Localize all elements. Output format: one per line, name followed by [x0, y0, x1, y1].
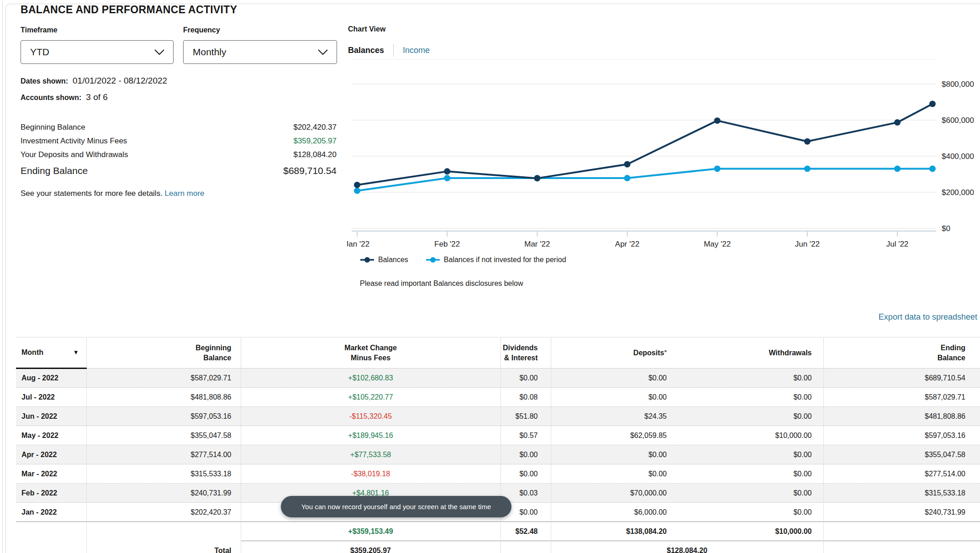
tab-balances[interactable]: Balances [348, 46, 384, 55]
cell-market-change-subtotal: +$359,153.49 [241, 522, 501, 541]
table-row: Jun - 2022$597,053.16-$115,320.45$51.80$… [16, 407, 980, 426]
data-point [354, 188, 360, 194]
data-point [444, 168, 450, 174]
cell-deposits: $24.35 [551, 407, 680, 426]
cell-withdrawals: $0.00 [680, 464, 823, 484]
data-point [714, 165, 721, 172]
cell-ending-balance: $315,533.18 [823, 484, 980, 503]
cell-net-deposits-total: $128,084.20 [551, 541, 823, 553]
cell-month: May - 2022 [16, 426, 86, 445]
timeframe-label: Timeframe [21, 26, 58, 34]
table-total-row: Total$359,205.97$128,084.20 [16, 541, 980, 553]
cell-beginning-balance: $587,029.71 [86, 369, 241, 388]
data-point [929, 101, 936, 107]
cell-beginning-balance: $355,047.58 [86, 426, 241, 445]
cell-market-change-total: $359,205.97 [241, 541, 501, 553]
legend-item: Balances [360, 256, 408, 264]
table-row: May - 2022$355,047.58+$189,945.16$0.57$6… [16, 426, 980, 445]
data-point [929, 165, 936, 172]
table-body: Aug - 2022$587,029.71+$102,680.83$0.00$0… [16, 369, 980, 553]
sort-desc-icon: ▼ [73, 348, 79, 357]
data-point [354, 182, 360, 188]
cell-ending-balance: $240,731.99 [823, 503, 980, 522]
cell-month: Aug - 2022 [16, 369, 86, 388]
balances-chart: $800,000$600,000$400,000$200,000$0Jan '2… [347, 55, 980, 251]
cell-beginning-balance: $240,731.99 [86, 484, 241, 503]
activity-table: Month ▼ Beginning Balance Market Change … [16, 337, 980, 553]
summary-label: Beginning Balance [21, 123, 85, 132]
x-axis-label: Feb '22 [434, 240, 460, 248]
cell-market-change: -$115,320.45 [241, 407, 501, 426]
cell-beginning-balance: $597,053.16 [86, 407, 241, 426]
cell-beginning-balance [86, 522, 241, 541]
column-header-deposits: Deposits» [551, 337, 680, 369]
recording-tooltip: You can now record yourself and your scr… [281, 496, 511, 517]
page-left-edge [2, 0, 3, 553]
cell-deposits-subtotal: $138,084.20 [551, 522, 680, 541]
cell-month: Feb - 2022 [16, 484, 86, 503]
cell-dividends-interest: $0.00 [501, 445, 551, 464]
cell-dividends-interest: $0.00 [501, 369, 551, 388]
frequency-value: Monthly [193, 47, 227, 58]
summary-row-ending-balance: Ending Balance $689,710.54 [21, 163, 337, 179]
cell-market-change: +$102,680.83 [241, 369, 501, 388]
table-row: Aug - 2022$587,029.71+$102,680.83$0.00$0… [16, 369, 980, 388]
cell-market-change: -$38,019.18 [241, 464, 501, 484]
learn-more-link[interactable]: Learn more [165, 189, 205, 198]
statements-text: See your statements for more fee details… [21, 189, 163, 198]
column-header-beginning-balance: Beginning Balance [86, 337, 241, 369]
cell-deposits: $0.00 [551, 464, 680, 484]
cell-withdrawals: $0.00 [680, 503, 823, 522]
legend-label: Balances [378, 256, 408, 264]
y-axis-label: $800,000 [942, 80, 974, 89]
cell-withdrawals: $0.00 [680, 484, 823, 503]
ending-balance-value: $689,710.54 [283, 165, 337, 176]
cell-dividends-subtotal: $52.48 [501, 522, 551, 541]
cell-dividends-total [501, 541, 551, 553]
accounts-shown: Accounts shown:3 of 6 [21, 92, 108, 102]
deposits-footnote-marker: » [664, 348, 667, 353]
data-point [624, 175, 631, 181]
y-axis-label: $400,000 [942, 152, 974, 161]
month-header-label: Month [21, 348, 43, 358]
y-axis-label: $0 [942, 224, 950, 233]
x-axis-label: Jul '22 [886, 240, 909, 248]
cell-deposits: $0.00 [551, 388, 680, 407]
cell-market-change: +$189,945.16 [241, 426, 501, 445]
accounts-shown-value: 3 of 6 [86, 92, 108, 102]
ending-balance-label: Ending Balance [21, 165, 88, 176]
column-header-ending-balance: Ending Balance [823, 337, 980, 369]
x-axis-label: Apr '22 [615, 240, 639, 248]
dates-shown-value: 01/01/2022 - 08/12/2022 [73, 76, 167, 85]
export-link[interactable]: Export data to spreadsheet [879, 312, 977, 322]
cell-ending-balance: $587,029.71 [823, 388, 980, 407]
table-row: Jul - 2022$481,808.86+$105,220.77$0.08$0… [16, 388, 980, 407]
summary-row-beginning: Beginning Balance $202,420.37 [21, 121, 337, 134]
cell-dividends-interest: $0.00 [501, 464, 551, 484]
frequency-select[interactable]: Monthly [183, 40, 337, 64]
cell-deposits: $62,059.85 [551, 426, 680, 445]
cell-month: Jul - 2022 [16, 388, 86, 407]
timeframe-select[interactable]: YTD [21, 40, 174, 64]
column-header-month[interactable]: Month ▼ [16, 337, 86, 369]
cell-ending-balance [823, 522, 980, 541]
cell-dividends-interest: $51.80 [501, 407, 551, 426]
x-axis-label: May '22 [704, 240, 731, 248]
cell-ending-balance: $597,053.16 [823, 426, 980, 445]
total-label: Total [86, 541, 241, 553]
cell-ending-balance: $481,808.86 [823, 407, 980, 426]
x-axis-label: Jan '22 [347, 240, 369, 248]
cell-beginning-balance: $277,514.00 [86, 445, 241, 464]
data-point [534, 175, 540, 181]
tab-income[interactable]: Income [403, 46, 430, 55]
summary-value: $128,084.20 [293, 150, 337, 159]
data-point [894, 165, 901, 172]
cell-ending-balance: $355,047.58 [823, 445, 980, 464]
cell-deposits: $0.00 [551, 445, 680, 464]
x-axis-label: Jun '22 [795, 240, 820, 248]
cell-dividends-interest: $0.57 [501, 426, 551, 445]
chart-view-label: Chart View [348, 25, 385, 33]
cell-withdrawals: $0.00 [680, 407, 823, 426]
legend-label: Balances if not invested for the period [444, 256, 566, 264]
summary-row-investment-activity: Investment Activity Minus Fees $359,205.… [21, 134, 337, 148]
